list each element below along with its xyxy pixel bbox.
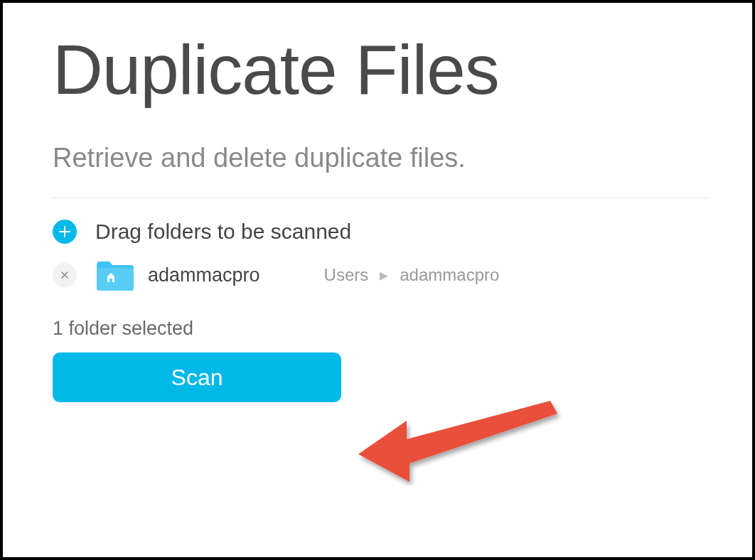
annotation-arrow-icon [351, 387, 564, 486]
breadcrumb-segment: adammacpro [400, 265, 499, 285]
remove-folder-button[interactable] [53, 263, 77, 287]
selection-status: 1 folder selected [53, 318, 710, 340]
selected-folder-row: adammacpro Users ▸ adammacpro [53, 259, 710, 291]
folder-name: adammacpro [148, 264, 260, 286]
divider [53, 198, 710, 198]
close-icon [60, 271, 69, 279]
home-folder-icon [95, 259, 135, 291]
chevron-right-icon: ▸ [380, 265, 388, 285]
breadcrumb-segment: Users [324, 265, 369, 285]
page-subtitle: Retrieve and delete duplicate files. [53, 143, 710, 173]
svg-rect-0 [109, 279, 112, 282]
drag-folders-row: Drag folders to be scanned [53, 220, 710, 244]
plus-icon [59, 226, 70, 237]
page-title: Duplicate Files [53, 30, 710, 110]
folder-path-breadcrumb: Users ▸ adammacpro [324, 265, 500, 285]
add-folder-button[interactable] [53, 220, 77, 244]
drag-folders-label: Drag folders to be scanned [95, 220, 351, 244]
svg-marker-1 [358, 401, 557, 482]
scan-button[interactable]: Scan [53, 352, 341, 402]
